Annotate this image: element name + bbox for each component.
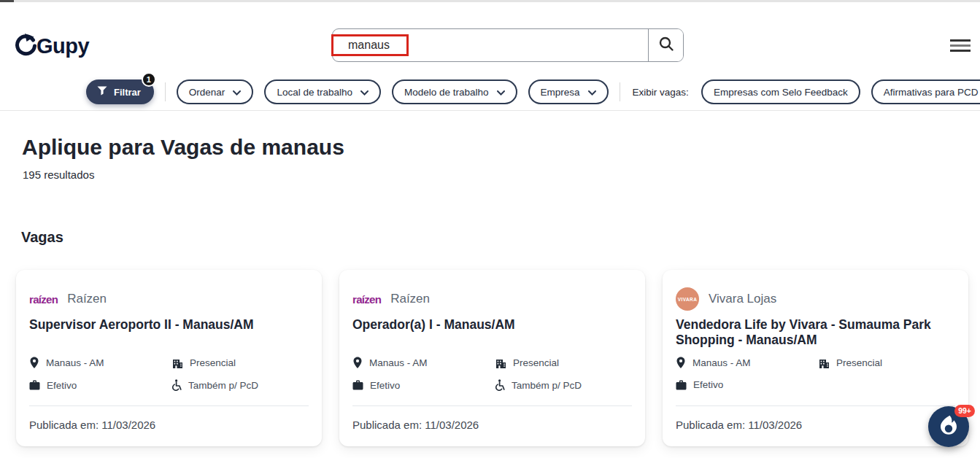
published-date: Publicada em: 11/03/2026 (676, 419, 802, 431)
dropdown-modelo-de-trabalho[interactable]: Modelo de trabalho (392, 79, 517, 104)
dropdown-label: Modelo de trabalho (404, 87, 489, 98)
toggle-label: Afirmativas para PCD (884, 87, 979, 98)
job-details: Manaus - AM Presencial Efetivo Também p/… (352, 357, 582, 391)
detail-pcd: Também p/ PcD (495, 379, 582, 391)
dropdown-label: Empresa (541, 87, 580, 98)
job-details: Manaus - AM Presencial Efetivo (676, 357, 882, 390)
hamburger-bar (950, 50, 971, 52)
hamburger-bar (950, 39, 971, 42)
company-name: Raízen (390, 292, 430, 306)
briefcase-icon (676, 380, 687, 390)
chevron-down-icon (497, 87, 505, 98)
building-icon (172, 358, 183, 368)
job-card[interactable]: VIVARA Vivara Lojas Vendedora Life by Vi… (663, 270, 968, 446)
toggle-selo-feedback[interactable]: Empresas com Selo Feedback (701, 79, 860, 104)
dropdown-label: Local de trabalho (277, 87, 352, 98)
filter-row: Filtrar 1 Ordenar Local de trabalho Mode… (86, 79, 980, 104)
chevron-down-icon (233, 87, 241, 98)
section-title-vagas: Vagas (21, 229, 63, 246)
company-name: Vivara Lojas (709, 292, 776, 306)
job-card[interactable]: raízen Raízen Operador(a) I - Manaus/AM … (339, 270, 645, 446)
detail-label: Efetivo (693, 379, 723, 390)
wheelchair-icon (172, 379, 182, 391)
detail-label: Manaus - AM (369, 357, 428, 368)
company-row: raízen Raízen (29, 287, 309, 311)
briefcase-icon (352, 380, 363, 390)
detail-label: Presencial (190, 357, 236, 368)
detail-contract-type: Efetivo (29, 379, 172, 391)
detail-label: Também p/ PcD (512, 380, 582, 391)
detail-label: Efetivo (370, 380, 400, 391)
detail-location: Manaus - AM (352, 357, 495, 369)
search-input-wrap (333, 29, 648, 61)
building-icon (819, 358, 830, 368)
search-input[interactable] (348, 39, 633, 52)
detail-label: Manaus - AM (46, 357, 104, 368)
dropdown-local-de-trabalho[interactable]: Local de trabalho (264, 79, 381, 104)
dropdown-empresa[interactable]: Empresa (528, 79, 609, 104)
page-title: Aplique para Vagas de manaus (22, 135, 344, 160)
filter-button-label: Filtrar (114, 87, 141, 98)
detail-label: Presencial (836, 357, 882, 368)
location-pin-icon (29, 357, 39, 369)
wheelchair-icon (495, 379, 505, 391)
dropdown-label: Ordenar (189, 87, 225, 98)
funnel-icon (97, 86, 107, 98)
notification-badge: 99+ (954, 405, 975, 417)
result-count: 195 resultados (23, 168, 94, 181)
detail-pcd: Também p/ PcD (172, 379, 258, 391)
company-row: raízen Raízen (352, 287, 632, 311)
toggle-afirmativas-pcd[interactable]: Afirmativas para PCD (871, 79, 980, 104)
detail-label: Efetivo (47, 380, 77, 391)
job-title: Supervisor Aeroporto II - Manaus/AM (29, 317, 309, 333)
detail-label: Também p/ PcD (188, 380, 258, 391)
header: Gupy Filtrar 1 (0, 2, 980, 111)
divider (620, 82, 620, 101)
building-icon (495, 358, 506, 368)
job-title: Vendedora Life by Vivara - Sumauma Park … (676, 317, 955, 349)
filter-count-badge: 1 (142, 72, 156, 87)
hamburger-menu-icon[interactable] (950, 39, 971, 55)
dropdown-ordenar[interactable]: Ordenar (177, 79, 254, 104)
card-divider (352, 405, 632, 406)
published-date: Publicada em: 11/03/2026 (29, 419, 155, 431)
exhibit-vacancies-label: Exibir vagas: (633, 87, 689, 98)
raizen-company-logo: raízen (29, 293, 58, 306)
briefcase-icon (29, 380, 40, 390)
detail-location: Manaus - AM (29, 357, 172, 369)
job-details: Manaus - AM Presencial Efetivo Também p/… (29, 357, 258, 391)
job-cards-row: raízen Raízen Supervisor Aeroporto II - … (16, 270, 968, 446)
detail-label: Presencial (513, 357, 559, 368)
company-name: Raízen (67, 292, 107, 306)
detail-work-model: Presencial (819, 357, 882, 369)
company-row: VIVARA Vivara Lojas (676, 287, 955, 311)
detail-contract-type: Efetivo (676, 379, 819, 390)
search-bar (332, 28, 684, 62)
published-date: Publicada em: 11/03/2026 (352, 419, 479, 431)
candidatures-fab-button[interactable]: 99+ (928, 406, 969, 447)
search-icon (658, 36, 674, 55)
hamburger-bar (950, 44, 971, 47)
job-title: Operador(a) I - Manaus/AM (352, 317, 632, 333)
filter-button[interactable]: Filtrar 1 (86, 79, 154, 104)
card-divider (29, 405, 309, 406)
detail-work-model: Presencial (172, 357, 258, 369)
gupy-logo[interactable]: Gupy (12, 31, 89, 61)
flame-icon (939, 415, 958, 438)
divider (165, 82, 166, 101)
vivara-company-logo: VIVARA (676, 287, 699, 311)
job-card[interactable]: raízen Raízen Supervisor Aeroporto II - … (16, 270, 322, 446)
gupy-logo-text: Gupy (36, 34, 89, 58)
toggle-label: Empresas com Selo Feedback (714, 87, 848, 98)
detail-location: Manaus - AM (676, 357, 819, 369)
chevron-down-icon (588, 87, 596, 98)
detail-label: Manaus - AM (692, 357, 751, 368)
detail-work-model: Presencial (495, 357, 582, 369)
location-pin-icon (352, 357, 363, 369)
location-pin-icon (676, 357, 686, 369)
search-button[interactable] (648, 29, 683, 61)
raizen-company-logo: raízen (352, 293, 381, 306)
card-divider (676, 405, 955, 406)
chevron-down-icon (360, 87, 369, 98)
detail-contract-type: Efetivo (352, 379, 495, 391)
